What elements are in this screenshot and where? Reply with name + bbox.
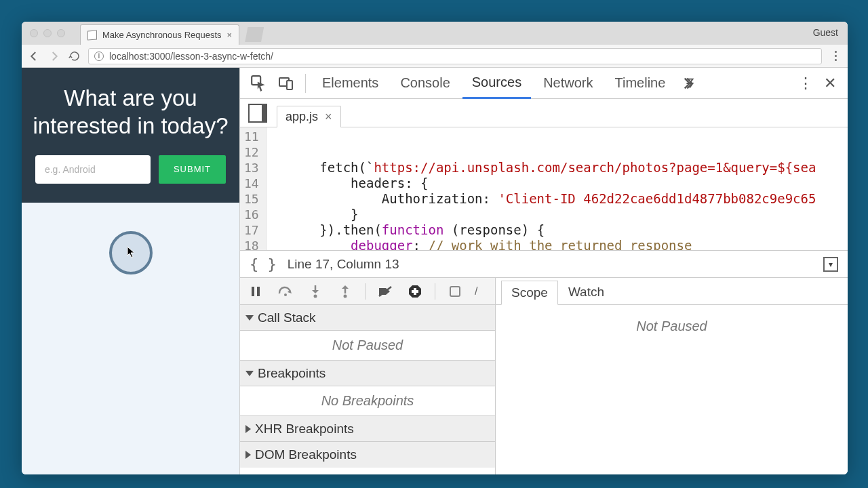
deactivate-breakpoints-icon[interactable] [375,281,395,302]
file-tab-row: app.js × [240,99,848,127]
url-input[interactable]: i localhost:3000/lesson-3-async-w-fetch/ [88,48,822,64]
devtools-menu-icon[interactable]: ⋮ [795,73,816,94]
page-icon [87,30,97,40]
disclosure-down-icon [245,371,254,376]
url-text: localhost:3000/lesson-3-async-w-fetch/ [109,51,273,62]
svg-rect-12 [412,290,418,293]
step-into-icon[interactable] [305,281,326,302]
forward-button[interactable] [47,49,61,63]
scope-body: Not Paused [496,305,848,474]
debugger-panels: / Call Stack Not Paused Breakpoints No B… [240,278,848,474]
svg-point-5 [284,293,287,296]
devtools-panel: Elements Console Sources Network Timelin… [240,68,848,474]
app-pane: What are you interested in today? SUBMIT [22,68,240,474]
profile-label[interactable]: Guest [813,27,838,38]
svg-point-6 [314,294,317,298]
hero-section: What are you interested in today? SUBMIT [22,68,239,203]
back-button[interactable] [27,49,41,63]
reload-button[interactable] [68,49,81,63]
svg-rect-2 [287,81,292,89]
svg-rect-4 [257,287,260,296]
disclosure-right-icon [245,451,251,459]
search-input[interactable] [35,155,151,184]
browser-window: Make Asynchronous Requests × Guest i loc… [22,22,848,474]
submit-button[interactable]: SUBMIT [159,155,226,184]
close-devtools-icon[interactable]: ✕ [819,73,841,94]
debugger-left-pane: / Call Stack Not Paused Breakpoints No B… [240,278,496,474]
breakpoints-header[interactable]: Breakpoints [240,361,495,386]
tab-title: Make Asynchronous Requests [102,30,222,40]
maximize-window-icon[interactable] [57,29,65,37]
address-bar: i localhost:3000/lesson-3-async-w-fetch/ [22,45,848,68]
code-lines: fetch(`https://api.unsplash.com/search/p… [267,127,816,250]
browser-tab[interactable]: Make Asynchronous Requests × [80,24,239,45]
scope-tabbar: Scope Watch [496,278,848,305]
close-file-icon[interactable]: × [325,110,332,124]
tab-console[interactable]: Console [391,68,459,99]
cursor-position: Line 17, Column 13 [288,257,399,272]
app-body [22,203,239,475]
site-info-icon[interactable]: i [94,52,104,61]
tab-timeline[interactable]: Timeline [606,68,675,99]
disclosure-right-icon [245,425,251,433]
navigator-toggle-icon[interactable] [245,101,270,125]
tab-sources[interactable]: Sources [462,68,531,99]
svg-point-7 [344,294,347,298]
step-out-icon[interactable] [335,281,355,302]
browser-menu-button[interactable] [829,51,842,61]
dom-breakpoints-header[interactable]: DOM Breakpoints [240,442,495,468]
page-title: What are you interested in today? [28,84,233,140]
editor-status-bar: { } Line 17, Column 13 ▾ [240,251,848,278]
debugger-controls: / [240,278,495,305]
debugger-right-pane: Scope Watch Not Paused [496,278,848,474]
watch-tab[interactable]: Watch [558,280,614,304]
new-tab-button[interactable] [245,27,264,42]
pause-on-exceptions-icon[interactable] [405,281,425,302]
coverage-toggle-icon[interactable]: ▾ [823,257,838,272]
minimize-window-icon[interactable] [43,29,52,37]
file-tab-appjs[interactable]: app.js × [277,106,341,127]
code-editor[interactable]: 111213141516171819 fetch(`https://api.un… [240,127,848,251]
step-over-icon[interactable] [275,281,296,302]
pause-button[interactable] [245,281,266,302]
content-area: What are you interested in today? SUBMIT [22,68,848,474]
call-stack-body: Not Paused [240,331,495,361]
async-checkbox[interactable] [445,281,465,302]
close-tab-icon[interactable]: × [227,30,233,40]
close-window-icon[interactable] [30,29,38,37]
disclosure-down-icon [245,315,254,321]
call-stack-header[interactable]: Call Stack [240,305,495,331]
cursor-icon [127,246,136,258]
scope-tab[interactable]: Scope [501,281,558,305]
breakpoints-body: No Breakpoints [240,386,495,416]
more-tabs-icon[interactable] [677,71,702,96]
cursor-highlight-icon [109,231,153,274]
tab-elements[interactable]: Elements [313,68,388,99]
svg-rect-3 [252,287,254,296]
device-mode-icon[interactable] [274,71,298,96]
xhr-breakpoints-header[interactable]: XHR Breakpoints [240,416,495,442]
devtools-tabbar: Elements Console Sources Network Timelin… [240,68,848,99]
tab-bar: Make Asynchronous Requests × Guest [22,22,848,45]
pretty-print-icon[interactable]: { } [250,256,277,272]
window-controls [22,22,73,45]
search-form: SUBMIT [28,155,233,184]
line-gutter: 111213141516171819 [240,127,267,250]
inspect-element-icon[interactable] [247,71,271,96]
tab-network[interactable]: Network [534,68,602,99]
